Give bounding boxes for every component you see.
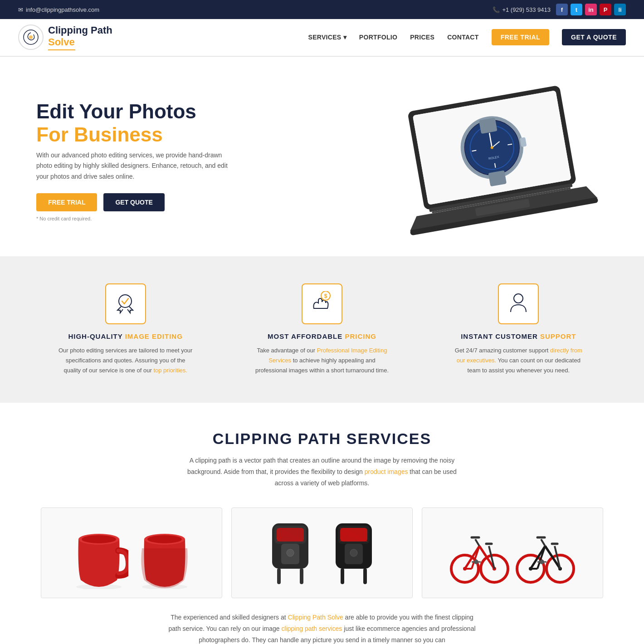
navbar: Clipping Path Solve SERVICES ▾ PORTFOLIO… (0, 19, 644, 56)
hero-right: ROLEX (231, 84, 608, 238)
mug-before-after (41, 508, 222, 598)
svg-point-25 (119, 295, 132, 307)
linkedin-icon[interactable]: li (614, 4, 626, 15)
social-icons: f t in P li (556, 4, 626, 15)
nav-services[interactable]: SERVICES ▾ (308, 34, 346, 41)
feature-title-support: INSTANT CUSTOMER SUPPORT (450, 332, 586, 340)
service-image-bicycles (422, 507, 603, 598)
email-address: info@clippingpathsolve.com (26, 6, 99, 13)
svg-point-41 (287, 549, 294, 556)
backpack-before-after (232, 508, 412, 598)
svg-point-31 (82, 535, 116, 543)
hero-description: With our advanced photo editing services… (36, 150, 231, 182)
svg-line-82 (541, 539, 545, 546)
feature-card-quality: HIGH-QUALITY IMAGE EDITING Our photo edi… (58, 283, 194, 376)
feature-icon-quality (105, 283, 146, 324)
hero-get-quote-button[interactable]: GET QUOTE (103, 193, 164, 211)
svg-point-28 (514, 294, 523, 303)
instagram-icon[interactable]: in (585, 4, 597, 15)
feature-title-pricing: MOST AFFORDABLE PRICING (254, 332, 390, 340)
services-title: CLIPPING PATH SERVICES (36, 430, 608, 448)
svg-point-1 (29, 35, 33, 39)
facebook-icon[interactable]: f (556, 4, 568, 15)
hero-title: Edit Your Photos For Business (36, 100, 231, 146)
nav-links: SERVICES ▾ PORTFOLIO PRICES CONTACT FREE… (308, 29, 626, 45)
service-image-backpacks (231, 507, 413, 598)
hero-free-trial-button[interactable]: FREE TRIAL (36, 193, 97, 211)
hero-left: Edit Your Photos For Business With our a… (36, 100, 231, 221)
nav-contact[interactable]: CONTACT (447, 34, 479, 41)
hero-buttons: FREE TRIAL GET QUOTE (36, 193, 231, 211)
svg-rect-18 (479, 117, 498, 134)
service-images (36, 507, 608, 598)
feature-desc-quality: Our photo editing services are tailored … (58, 346, 194, 376)
top-bar-right: 📞 +1 (929) 533 9413 f t in P li (493, 4, 626, 15)
service-image-mugs (41, 507, 222, 598)
top-bar: ✉ info@clippingpathsolve.com 📞 +1 (929) … (0, 0, 644, 19)
pinterest-icon[interactable]: P (600, 4, 611, 15)
twitter-icon[interactable]: t (571, 4, 582, 15)
logo[interactable]: Clipping Path Solve (18, 24, 112, 50)
nav-portfolio[interactable]: PORTFOLIO (359, 34, 397, 41)
svg-line-68 (475, 539, 479, 546)
laptop-illustration: ROLEX (381, 84, 608, 238)
dropdown-icon: ▾ (343, 34, 346, 41)
nav-free-trial-button[interactable]: FREE TRIAL (492, 29, 549, 45)
nav-get-quote-button[interactable]: GET A QUOTE (562, 29, 626, 45)
services-body-description: The experienced and skilled designers at… (168, 612, 476, 644)
email-icon: ✉ (18, 6, 23, 13)
feature-icon-support (498, 283, 539, 324)
logo-line2: Solve (48, 36, 112, 48)
phone-info: 📞 +1 (929) 533 9413 (493, 6, 551, 13)
services-description: A clipping path is a vector path that cr… (186, 455, 458, 489)
svg-text:$: $ (324, 293, 327, 299)
hero-section: Edit Your Photos For Business With our a… (0, 57, 644, 256)
logo-text: Clipping Path Solve (48, 24, 112, 50)
features-section: HIGH-QUALITY IMAGE EDITING Our photo edi… (0, 256, 644, 403)
svg-rect-19 (488, 170, 507, 186)
svg-point-54 (350, 549, 357, 556)
logo-circle (18, 24, 44, 50)
feature-desc-pricing: Take advantage of our Professional Image… (254, 346, 390, 376)
feature-title-quality: HIGH-QUALITY IMAGE EDITING (58, 332, 194, 340)
feature-icon-pricing: $ (302, 283, 342, 324)
logo-underline (48, 49, 75, 50)
feature-card-pricing: $ MOST AFFORDABLE PRICING Take advantage… (254, 283, 390, 376)
nav-prices[interactable]: PRICES (410, 34, 434, 41)
no-credit-card-text: * No credit card required. (36, 216, 231, 221)
services-section: CLIPPING PATH SERVICES A clipping path i… (0, 403, 644, 644)
features-grid: HIGH-QUALITY IMAGE EDITING Our photo edi… (36, 283, 608, 376)
feature-card-support: INSTANT CUSTOMER SUPPORT Get 24/7 amazin… (450, 283, 586, 376)
email-info: ✉ info@clippingpathsolve.com (18, 6, 99, 13)
phone-icon: 📞 (493, 6, 500, 13)
logo-line1: Clipping Path (48, 24, 112, 36)
bicycle-before-after (422, 508, 603, 598)
feature-desc-support: Get 24/7 amazing customer support direct… (450, 346, 586, 376)
svg-point-34 (147, 535, 182, 543)
phone-number: +1 (929) 533 9413 (502, 6, 551, 13)
